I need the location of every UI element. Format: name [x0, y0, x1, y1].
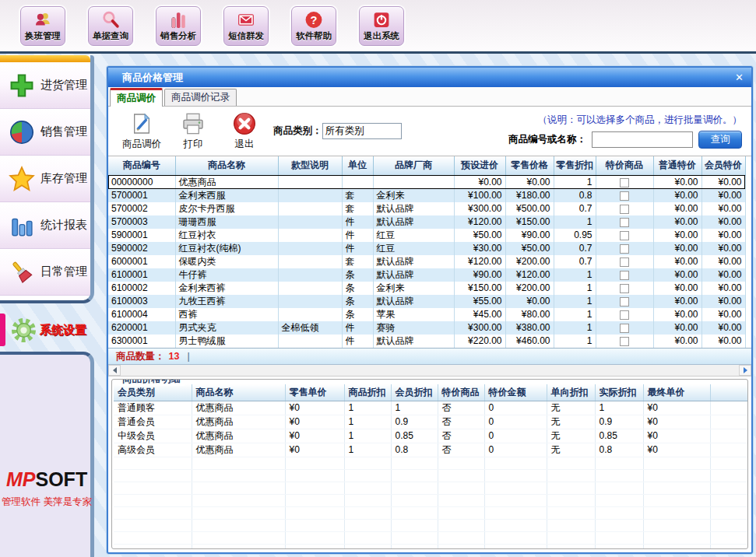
document-query-button[interactable]: 单据查询 [88, 6, 133, 46]
print-button[interactable]: 打印 [167, 111, 219, 151]
table-row[interactable]: 6100003九牧王西裤 条默认品牌¥55.00¥0.001¥0.00¥0.00 [108, 295, 745, 308]
column-header[interactable]: 特价商品 [596, 156, 653, 175]
column-header[interactable]: 实际折扣 [595, 384, 643, 401]
table-row[interactable]: 6000001保暖内类 套默认品牌¥120.00¥200.000.7¥0.00¥… [108, 255, 745, 268]
special-price-checkbox[interactable] [620, 205, 629, 214]
column-header[interactable]: 预设进价 [454, 156, 505, 175]
table-row[interactable]: 6200001男式夹克全棉低领件赛骑¥300.00¥380.001¥0.00¥0… [108, 321, 745, 335]
table-row[interactable]: 中级会员优惠商品¥010.85否0无0.85¥0 [114, 429, 748, 443]
category-select[interactable] [322, 123, 402, 139]
column-header[interactable]: 款型说明 [278, 156, 342, 175]
table-row[interactable]: 00000000优惠商品 ¥0.00¥0.001¥0.00¥0.00 [108, 175, 745, 189]
table-row[interactable] [114, 531, 748, 544]
table-row[interactable] [114, 519, 748, 531]
window-titlebar[interactable]: 商品价格管理 ✕ [108, 68, 751, 87]
sidebar-item-reports[interactable]: 统计报表 [0, 202, 90, 249]
column-header[interactable]: 单位 [342, 156, 373, 175]
table-row[interactable]: 6100001牛仔裤 条默认品牌¥90.00¥120.001¥0.00¥0.00 [108, 268, 745, 282]
special-price-checkbox[interactable] [620, 244, 629, 254]
column-header[interactable]: 会员折扣 [391, 384, 438, 401]
column-header[interactable]: 特价商品 [438, 384, 484, 401]
table-row[interactable]: 普通会员优惠商品¥010.9否0无0.9¥0 [114, 415, 748, 429]
column-header[interactable]: 零售价格 [505, 156, 554, 175]
table-row[interactable]: 高级会员优惠商品¥010.8否0无0.8¥0 [114, 443, 748, 457]
sidebar-item-system-settings[interactable]: 系统设置 [0, 311, 102, 349]
table-row[interactable] [114, 469, 748, 482]
column-header[interactable]: 商品编号 [108, 156, 175, 175]
special-price-checkbox[interactable] [620, 271, 629, 280]
special-price-checkbox[interactable] [620, 178, 629, 187]
sidebar-item-sales[interactable]: 销售管理 [0, 109, 90, 156]
column-header[interactable]: 会员类别 [114, 384, 192, 401]
special-price-checkbox[interactable] [620, 337, 629, 346]
table-row[interactable] [114, 494, 748, 506]
column-header[interactable]: 最终单价 [643, 384, 710, 401]
special-price-checkbox[interactable] [620, 324, 629, 333]
table-row[interactable]: 6300001男士鸭绒服 件默认品牌¥220.00¥460.001¥0.00¥0… [108, 335, 745, 348]
scroll-right-button[interactable] [739, 365, 751, 376]
table-row[interactable]: 5900002红豆衬衣(纯棉) 件红豆¥30.00¥50.000.7¥0.00¥… [108, 242, 745, 255]
special-price-checkbox[interactable] [620, 257, 629, 267]
envelope-icon [236, 10, 256, 30]
sidebar-item-label: 系统设置 [40, 323, 86, 338]
sales-analysis-button[interactable]: 销售分析 [156, 6, 201, 46]
sidebar-item-label: 日常管理 [40, 264, 87, 279]
table-row[interactable]: 5700001金利来西服 套金利来¥100.00¥180.000.8¥0.00¥… [108, 189, 745, 202]
button-label: 商品调价 [122, 138, 161, 151]
sms-broadcast-button[interactable]: 短信群发 [223, 6, 269, 46]
tab-price-adjust-history[interactable]: 商品调价记录 [164, 89, 237, 106]
query-button[interactable]: 查询 [698, 131, 742, 149]
column-header[interactable]: 零售单价 [285, 384, 344, 401]
power-icon [371, 10, 392, 30]
table-row[interactable] [114, 457, 748, 469]
column-header[interactable]: 商品名称 [175, 156, 278, 175]
column-header[interactable]: 零售折扣 [554, 156, 596, 175]
desktop-area: 进货管理 销售管理 库存管理 统计报表 日常管理 系统设置 [0, 54, 756, 557]
exit-button[interactable]: 退出 [219, 111, 270, 151]
bar-chart-icon [168, 10, 188, 30]
table-row[interactable] [114, 482, 748, 494]
table-row[interactable] [114, 544, 748, 549]
table-row[interactable]: 6100002金利来西裤 条金利来¥150.00¥200.001¥0.00¥0.… [108, 282, 745, 295]
people-icon [33, 10, 53, 30]
table-row[interactable]: 5700003珊珊西服 件默认品牌¥120.00¥150.001¥0.00¥0.… [108, 215, 745, 229]
column-header[interactable]: 会员特价 [701, 156, 745, 175]
button-label: 短信群发 [228, 30, 264, 42]
column-header[interactable]: 特价金额 [484, 384, 547, 401]
table-row[interactable]: 5700002皮尔卡丹西服 套默认品牌¥300.00¥500.000.7¥0.0… [108, 202, 745, 215]
software-help-button[interactable]: ? 软件帮助 [291, 6, 336, 46]
horizontal-scrollbar[interactable] [108, 365, 751, 377]
column-header[interactable]: 商品折扣 [344, 384, 391, 401]
column-header[interactable]: 单向折扣 [547, 384, 595, 401]
special-price-checkbox[interactable] [620, 284, 629, 293]
special-price-checkbox[interactable] [620, 191, 629, 201]
tab-price-adjust[interactable]: 商品调价 [110, 88, 163, 107]
special-price-checkbox[interactable] [620, 297, 629, 307]
scroll-left-button[interactable] [108, 365, 121, 376]
sidebar-item-purchase[interactable]: 进货管理 [0, 62, 90, 109]
table-row[interactable]: 5900001红豆衬衣 件红豆¥50.00¥90.000.95¥0.00¥0.0… [108, 229, 745, 242]
count-bar: 商品数量： 13 | [108, 349, 751, 365]
column-header[interactable]: 品牌厂商 [373, 156, 454, 175]
column-header[interactable] [710, 384, 748, 401]
table-row[interactable] [114, 506, 748, 519]
shift-management-button[interactable]: 换班管理 [20, 6, 65, 46]
search-input[interactable] [592, 131, 693, 148]
table-row[interactable]: 6100004西裤 条苹果¥45.00¥80.001¥0.00¥0.00 [108, 308, 745, 321]
sidebar-item-inventory[interactable]: 库存管理 [0, 156, 90, 202]
exit-system-button[interactable]: 退出系统 [359, 6, 404, 46]
column-header[interactable]: 普通特价 [653, 156, 701, 175]
bars-icon [9, 212, 35, 239]
column-header[interactable]: 商品名称 [192, 384, 285, 401]
detail-title: 商品价格明细 [118, 379, 185, 386]
close-icon[interactable]: ✕ [735, 72, 744, 82]
adjust-price-button[interactable]: 商品调价 [116, 111, 167, 151]
sidebar-item-daily[interactable]: 日常管理 [0, 249, 90, 296]
special-price-checkbox[interactable] [620, 310, 629, 320]
window-toolbar: 商品调价 打印 退出 商品类别： （说明：可以选择多个商品，进行批量调价。） [108, 107, 751, 156]
table-row[interactable]: 普通顾客优惠商品¥011否0无1¥0 [114, 401, 748, 415]
document-pencil-icon [128, 111, 155, 136]
products-table: 商品编号商品名称款型说明单位品牌厂商预设进价零售价格零售折扣特价商品普通特价会员… [108, 156, 751, 348]
special-price-checkbox[interactable] [620, 218, 629, 227]
special-price-checkbox[interactable] [620, 231, 629, 240]
